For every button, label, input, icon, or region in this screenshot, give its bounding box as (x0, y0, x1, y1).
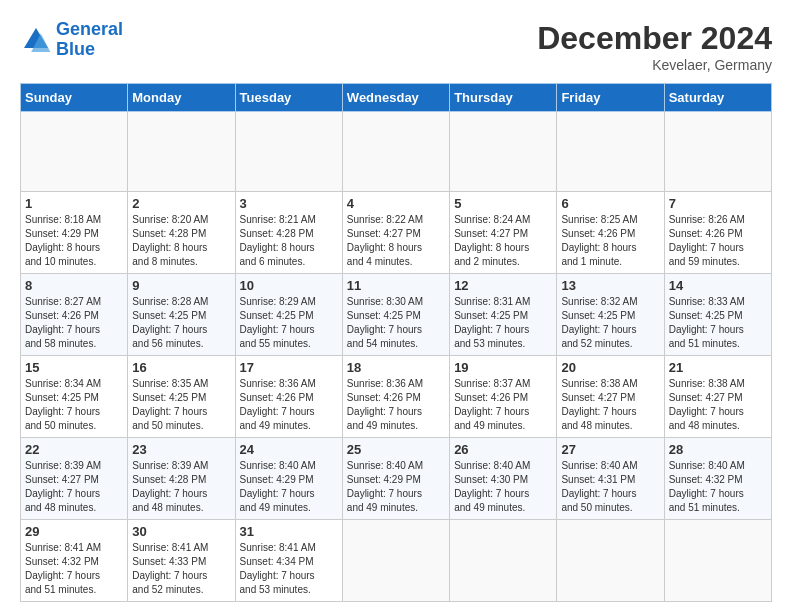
location-subtitle: Kevelaer, Germany (537, 57, 772, 73)
cell-content: Sunrise: 8:24 AM Sunset: 4:27 PM Dayligh… (454, 213, 552, 269)
calendar-cell: 10Sunrise: 8:29 AM Sunset: 4:25 PM Dayli… (235, 274, 342, 356)
cell-content: Sunrise: 8:41 AM Sunset: 4:32 PM Dayligh… (25, 541, 123, 597)
day-number: 9 (132, 278, 230, 293)
day-number: 2 (132, 196, 230, 211)
calendar-cell: 31Sunrise: 8:41 AM Sunset: 4:34 PM Dayli… (235, 520, 342, 602)
cell-content: Sunrise: 8:30 AM Sunset: 4:25 PM Dayligh… (347, 295, 445, 351)
day-number: 17 (240, 360, 338, 375)
week-row-4: 15Sunrise: 8:34 AM Sunset: 4:25 PM Dayli… (21, 356, 772, 438)
calendar-cell: 16Sunrise: 8:35 AM Sunset: 4:25 PM Dayli… (128, 356, 235, 438)
day-number: 15 (25, 360, 123, 375)
calendar-cell (557, 112, 664, 192)
calendar-cell: 5Sunrise: 8:24 AM Sunset: 4:27 PM Daylig… (450, 192, 557, 274)
day-number: 26 (454, 442, 552, 457)
week-row-5: 22Sunrise: 8:39 AM Sunset: 4:27 PM Dayli… (21, 438, 772, 520)
cell-content: Sunrise: 8:39 AM Sunset: 4:27 PM Dayligh… (25, 459, 123, 515)
calendar-cell: 17Sunrise: 8:36 AM Sunset: 4:26 PM Dayli… (235, 356, 342, 438)
page-header: General Blue December 2024 Kevelaer, Ger… (20, 20, 772, 73)
cell-content: Sunrise: 8:35 AM Sunset: 4:25 PM Dayligh… (132, 377, 230, 433)
cell-content: Sunrise: 8:34 AM Sunset: 4:25 PM Dayligh… (25, 377, 123, 433)
column-header-thursday: Thursday (450, 84, 557, 112)
calendar-cell: 27Sunrise: 8:40 AM Sunset: 4:31 PM Dayli… (557, 438, 664, 520)
day-number: 22 (25, 442, 123, 457)
day-number: 8 (25, 278, 123, 293)
column-header-monday: Monday (128, 84, 235, 112)
calendar-cell: 15Sunrise: 8:34 AM Sunset: 4:25 PM Dayli… (21, 356, 128, 438)
cell-content: Sunrise: 8:22 AM Sunset: 4:27 PM Dayligh… (347, 213, 445, 269)
month-title: December 2024 (537, 20, 772, 57)
cell-content: Sunrise: 8:40 AM Sunset: 4:29 PM Dayligh… (347, 459, 445, 515)
logo-icon (20, 24, 52, 56)
cell-content: Sunrise: 8:40 AM Sunset: 4:32 PM Dayligh… (669, 459, 767, 515)
calendar-cell (664, 112, 771, 192)
column-header-saturday: Saturday (664, 84, 771, 112)
day-number: 28 (669, 442, 767, 457)
calendar-cell (21, 112, 128, 192)
column-header-friday: Friday (557, 84, 664, 112)
calendar-cell: 22Sunrise: 8:39 AM Sunset: 4:27 PM Dayli… (21, 438, 128, 520)
calendar-cell: 2Sunrise: 8:20 AM Sunset: 4:28 PM Daylig… (128, 192, 235, 274)
calendar-cell: 28Sunrise: 8:40 AM Sunset: 4:32 PM Dayli… (664, 438, 771, 520)
day-number: 13 (561, 278, 659, 293)
day-number: 29 (25, 524, 123, 539)
week-row-6: 29Sunrise: 8:41 AM Sunset: 4:32 PM Dayli… (21, 520, 772, 602)
cell-content: Sunrise: 8:41 AM Sunset: 4:34 PM Dayligh… (240, 541, 338, 597)
day-number: 21 (669, 360, 767, 375)
logo-line2: Blue (56, 39, 95, 59)
calendar-cell (342, 520, 449, 602)
day-number: 24 (240, 442, 338, 457)
cell-content: Sunrise: 8:18 AM Sunset: 4:29 PM Dayligh… (25, 213, 123, 269)
cell-content: Sunrise: 8:29 AM Sunset: 4:25 PM Dayligh… (240, 295, 338, 351)
cell-content: Sunrise: 8:37 AM Sunset: 4:26 PM Dayligh… (454, 377, 552, 433)
day-number: 18 (347, 360, 445, 375)
cell-content: Sunrise: 8:21 AM Sunset: 4:28 PM Dayligh… (240, 213, 338, 269)
day-number: 1 (25, 196, 123, 211)
calendar-cell (450, 520, 557, 602)
calendar-cell: 26Sunrise: 8:40 AM Sunset: 4:30 PM Dayli… (450, 438, 557, 520)
day-number: 7 (669, 196, 767, 211)
cell-content: Sunrise: 8:32 AM Sunset: 4:25 PM Dayligh… (561, 295, 659, 351)
day-number: 30 (132, 524, 230, 539)
calendar-cell: 19Sunrise: 8:37 AM Sunset: 4:26 PM Dayli… (450, 356, 557, 438)
calendar-cell (557, 520, 664, 602)
cell-content: Sunrise: 8:40 AM Sunset: 4:31 PM Dayligh… (561, 459, 659, 515)
day-number: 23 (132, 442, 230, 457)
calendar-cell: 3Sunrise: 8:21 AM Sunset: 4:28 PM Daylig… (235, 192, 342, 274)
calendar-cell: 6Sunrise: 8:25 AM Sunset: 4:26 PM Daylig… (557, 192, 664, 274)
cell-content: Sunrise: 8:36 AM Sunset: 4:26 PM Dayligh… (347, 377, 445, 433)
cell-content: Sunrise: 8:28 AM Sunset: 4:25 PM Dayligh… (132, 295, 230, 351)
calendar-cell (235, 112, 342, 192)
calendar-cell (128, 112, 235, 192)
calendar-cell: 30Sunrise: 8:41 AM Sunset: 4:33 PM Dayli… (128, 520, 235, 602)
cell-content: Sunrise: 8:40 AM Sunset: 4:29 PM Dayligh… (240, 459, 338, 515)
title-area: December 2024 Kevelaer, Germany (537, 20, 772, 73)
cell-content: Sunrise: 8:31 AM Sunset: 4:25 PM Dayligh… (454, 295, 552, 351)
cell-content: Sunrise: 8:33 AM Sunset: 4:25 PM Dayligh… (669, 295, 767, 351)
cell-content: Sunrise: 8:36 AM Sunset: 4:26 PM Dayligh… (240, 377, 338, 433)
calendar-cell: 20Sunrise: 8:38 AM Sunset: 4:27 PM Dayli… (557, 356, 664, 438)
day-number: 16 (132, 360, 230, 375)
calendar-cell: 1Sunrise: 8:18 AM Sunset: 4:29 PM Daylig… (21, 192, 128, 274)
calendar-cell: 21Sunrise: 8:38 AM Sunset: 4:27 PM Dayli… (664, 356, 771, 438)
calendar-cell (450, 112, 557, 192)
calendar-cell: 24Sunrise: 8:40 AM Sunset: 4:29 PM Dayli… (235, 438, 342, 520)
calendar-cell: 18Sunrise: 8:36 AM Sunset: 4:26 PM Dayli… (342, 356, 449, 438)
cell-content: Sunrise: 8:26 AM Sunset: 4:26 PM Dayligh… (669, 213, 767, 269)
column-header-sunday: Sunday (21, 84, 128, 112)
day-number: 11 (347, 278, 445, 293)
column-header-wednesday: Wednesday (342, 84, 449, 112)
logo-text: General Blue (56, 20, 123, 60)
day-number: 12 (454, 278, 552, 293)
cell-content: Sunrise: 8:25 AM Sunset: 4:26 PM Dayligh… (561, 213, 659, 269)
day-number: 27 (561, 442, 659, 457)
day-number: 19 (454, 360, 552, 375)
day-number: 25 (347, 442, 445, 457)
calendar-cell: 12Sunrise: 8:31 AM Sunset: 4:25 PM Dayli… (450, 274, 557, 356)
logo: General Blue (20, 20, 123, 60)
calendar-cell: 13Sunrise: 8:32 AM Sunset: 4:25 PM Dayli… (557, 274, 664, 356)
logo-line1: General (56, 19, 123, 39)
week-row-3: 8Sunrise: 8:27 AM Sunset: 4:26 PM Daylig… (21, 274, 772, 356)
calendar-cell: 14Sunrise: 8:33 AM Sunset: 4:25 PM Dayli… (664, 274, 771, 356)
day-number: 10 (240, 278, 338, 293)
calendar-cell: 11Sunrise: 8:30 AM Sunset: 4:25 PM Dayli… (342, 274, 449, 356)
